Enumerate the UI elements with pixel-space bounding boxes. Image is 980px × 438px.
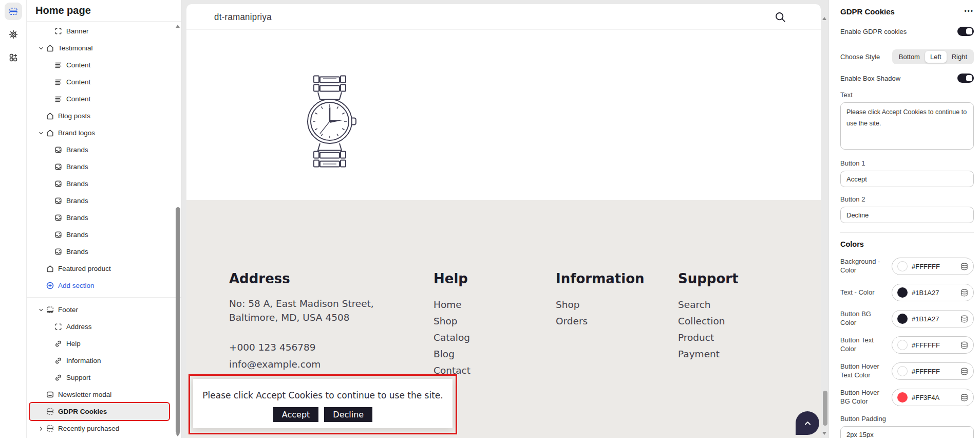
search-icon xyxy=(774,11,786,23)
sidebar-item-brands[interactable]: Brands xyxy=(27,175,181,192)
footer-link[interactable]: Catalog xyxy=(434,330,470,346)
color-swatch xyxy=(897,392,908,403)
store-logo[interactable]: dt-ramanipriya xyxy=(214,11,272,23)
sidebar-item-brands[interactable]: Brands xyxy=(27,192,181,209)
sidebar-item-information[interactable]: Information xyxy=(27,352,181,369)
sidebar-item-footer[interactable]: Footer xyxy=(27,301,181,318)
chevron-down-icon[interactable] xyxy=(36,307,46,313)
sidebar-item-recently-purchased[interactable]: Recently purchased xyxy=(27,420,181,437)
footer-email[interactable]: info@example.com xyxy=(229,356,414,373)
color-hex-value: #FFFFFF xyxy=(912,263,940,270)
watch-product-image xyxy=(291,75,368,172)
preview-scrollbar-thumb[interactable] xyxy=(823,391,827,426)
color-hex-value: #FFFFFF xyxy=(912,368,940,375)
cookie-text-input[interactable]: Please click Accept Cookies to continue … xyxy=(840,102,974,150)
style-option-right[interactable]: Right xyxy=(947,51,972,63)
add-section-button[interactable]: Add section xyxy=(27,277,181,294)
scrollbar-up-arrow[interactable] xyxy=(176,25,180,28)
box-shadow-toggle[interactable] xyxy=(957,74,974,83)
section-icon xyxy=(46,424,54,433)
settings-inspector: GDPR Cookies ••• Enable GDPR cookies Cho… xyxy=(828,0,980,438)
enable-gdpr-toggle[interactable] xyxy=(957,27,974,36)
sidebar-item-blog-posts[interactable]: Blog posts xyxy=(27,107,181,124)
decline-cookies-button[interactable]: Decline xyxy=(324,407,372,422)
ellipsis-menu-icon[interactable]: ••• xyxy=(964,8,974,15)
sidebar-item-testimonial[interactable]: Testimonial xyxy=(27,40,181,57)
section-icon xyxy=(46,407,54,416)
footer-address-column: Address No: 58 A, East Madison Street, B… xyxy=(229,271,414,373)
footer-link[interactable]: Product xyxy=(678,330,739,346)
sidebar-item-newsletter-modal[interactable]: Newsletter modal xyxy=(27,386,181,403)
sidebar-item-content[interactable]: Content xyxy=(27,90,181,107)
color-swatch xyxy=(897,366,908,376)
footer-link[interactable]: Blog xyxy=(434,346,470,362)
button-hover-text-color-input[interactable]: #FFFFFF xyxy=(892,362,974,380)
chevron-right-icon[interactable] xyxy=(36,426,46,432)
sidebar-item-address[interactable]: Address xyxy=(27,318,181,335)
tree-item-label: Help xyxy=(66,340,81,348)
footer-link[interactable]: Shop xyxy=(556,297,645,313)
dynamic-source-icon[interactable] xyxy=(960,315,968,323)
chevron-down-icon[interactable] xyxy=(36,45,46,51)
sidebar-item-content[interactable]: Content xyxy=(27,57,181,74)
address-line: Baltimore, MD, USA 4508 xyxy=(229,311,414,324)
sidebar-item-support[interactable]: Support xyxy=(27,369,181,386)
button1-input[interactable] xyxy=(840,171,974,187)
sidebar-item-gdpr-cookies[interactable]: GDPR Cookies xyxy=(30,403,169,420)
sidebar-item-brands[interactable]: Brands xyxy=(27,243,181,260)
footer-link[interactable]: Orders xyxy=(556,313,645,330)
plus-circle-icon xyxy=(46,281,54,290)
dynamic-source-icon[interactable] xyxy=(960,263,968,270)
button-bg-color-input[interactable]: #1B1A27 xyxy=(892,310,974,327)
scroll-to-top-button[interactable] xyxy=(796,411,819,435)
text-color-input[interactable]: #1B1A27 xyxy=(892,284,974,301)
button-padding-label: Button Padding xyxy=(840,415,974,423)
style-option-bottom[interactable]: Bottom xyxy=(894,51,925,63)
footer-link[interactable]: Payment xyxy=(678,346,739,362)
preview-scrollbar-down-arrow[interactable] xyxy=(822,432,826,435)
sidebar-item-brands[interactable]: Brands xyxy=(27,226,181,243)
button-padding-input[interactable] xyxy=(840,426,974,438)
footer-link[interactable]: Search xyxy=(678,297,739,313)
accept-cookies-button[interactable]: Accept xyxy=(273,407,319,422)
sidebar-item-banner[interactable]: Banner xyxy=(27,23,181,40)
apps-panel-button[interactable] xyxy=(5,49,22,66)
theme-settings-button[interactable] xyxy=(5,26,22,43)
divider xyxy=(840,232,974,233)
style-option-left[interactable]: Left xyxy=(925,51,947,63)
background-color-input[interactable]: #FFFFFF xyxy=(892,258,974,275)
search-button[interactable] xyxy=(774,10,787,24)
sidebar-item-featured-product[interactable]: Featured product xyxy=(27,260,181,277)
sections-panel-button[interactable] xyxy=(5,3,22,20)
footer-link[interactable]: Home xyxy=(434,297,470,313)
sidebar-scrollbar-thumb[interactable] xyxy=(176,207,180,433)
sidebar-item-brands[interactable]: Brands xyxy=(27,141,181,158)
button-hover-bg-color-input[interactable]: #FF3F4A xyxy=(892,389,974,406)
tree-item-label: Content xyxy=(66,61,90,69)
footer-link[interactable]: Collection xyxy=(678,313,739,330)
sidebar-item-brand-logos[interactable]: Brand logos xyxy=(27,124,181,141)
dynamic-source-icon[interactable] xyxy=(960,394,968,402)
button1-label: Button 1 xyxy=(840,159,974,167)
footer-link[interactable]: Shop xyxy=(434,313,470,330)
settings-icon xyxy=(9,30,18,39)
style-segmented-control: Bottom Left Right xyxy=(892,49,974,64)
footer-phone[interactable]: +000 123 456789 xyxy=(229,339,414,356)
preview-pane: dt-ramanipriya xyxy=(182,0,828,438)
image-icon xyxy=(54,196,63,205)
scrollbar-down-arrow[interactable] xyxy=(176,433,180,436)
sidebar-item-help[interactable]: Help xyxy=(27,335,181,352)
sidebar-item-content[interactable]: Content xyxy=(27,74,181,90)
button2-input[interactable] xyxy=(840,207,974,223)
dynamic-source-icon[interactable] xyxy=(960,341,968,349)
chevron-down-icon[interactable] xyxy=(36,130,46,136)
sidebar-item-brands[interactable]: Brands xyxy=(27,209,181,226)
modal-icon xyxy=(46,390,54,399)
dynamic-source-icon[interactable] xyxy=(960,368,968,375)
preview-scrollbar-up-arrow[interactable] xyxy=(822,17,826,20)
dynamic-source-icon[interactable] xyxy=(960,289,968,297)
sidebar-item-brands[interactable]: Brands xyxy=(27,158,181,175)
gdpr-cookie-banner: Please click Accept Cookies to continue … xyxy=(193,379,453,428)
button-text-color-input[interactable]: #FFFFFF xyxy=(892,336,974,354)
tree-item-label: Content xyxy=(66,78,90,86)
